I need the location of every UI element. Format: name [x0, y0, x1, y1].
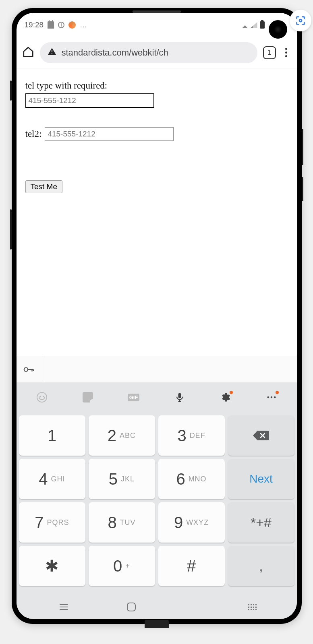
- system-nav-bar: [17, 595, 297, 619]
- key-3[interactable]: 3DEF: [158, 415, 225, 456]
- key-7[interactable]: 7PQRS: [19, 502, 85, 543]
- key-star[interactable]: ✱: [19, 546, 85, 586]
- phone-frame: 19:28 i … standardista.com/webkit/c: [12, 8, 302, 624]
- camera-hole: [269, 20, 287, 39]
- android-icon: [48, 21, 54, 29]
- settings-badge-dot: [230, 391, 233, 394]
- key-5[interactable]: 5JKL: [89, 459, 155, 499]
- keypad: 1 2ABC 3DEF 4GHI 5JKL 6MNO Next 7PQRS 8T…: [17, 412, 297, 595]
- test-me-button[interactable]: Test Me: [25, 180, 63, 193]
- usb-cable: [145, 620, 169, 628]
- info-icon: i: [58, 22, 64, 28]
- tab-count-button[interactable]: 1: [263, 46, 276, 59]
- key-next[interactable]: Next: [228, 459, 294, 499]
- voice-input-icon[interactable]: [171, 388, 189, 406]
- suggestion-strip: [17, 356, 297, 382]
- side-button: [10, 80, 12, 101]
- tel2-input[interactable]: [45, 127, 174, 141]
- svg-point-3: [24, 367, 28, 371]
- gif-icon[interactable]: GIF: [125, 388, 143, 406]
- svg-point-7: [274, 396, 276, 398]
- svg-point-0: [299, 19, 302, 22]
- page-content: tel type with required: tel2: Test Me: [17, 68, 297, 356]
- sticker-icon[interactable]: [79, 388, 97, 406]
- scan-fab[interactable]: [290, 10, 311, 31]
- overflow-menu-icon[interactable]: [282, 48, 291, 57]
- more-badge-dot: [276, 391, 279, 394]
- battery-icon: [260, 21, 265, 29]
- tab-count: 1: [267, 49, 271, 57]
- more-icon[interactable]: [263, 388, 280, 406]
- svg-point-6: [270, 396, 272, 398]
- tel2-label: tel2:: [25, 129, 42, 139]
- status-time: 19:28: [25, 21, 44, 29]
- key-8[interactable]: 8TUV: [89, 502, 155, 543]
- tel1-input[interactable]: [25, 93, 154, 108]
- key-1[interactable]: 1: [19, 415, 85, 456]
- settings-icon[interactable]: [217, 388, 234, 406]
- svg-point-5: [267, 396, 269, 398]
- side-button: [10, 209, 12, 250]
- side-button: [302, 129, 303, 165]
- more-notifications-icon: …: [80, 21, 88, 29]
- password-key-icon[interactable]: [17, 356, 42, 382]
- emoji-icon[interactable]: [33, 388, 51, 406]
- key-comma[interactable]: ,: [228, 546, 294, 586]
- url-bar[interactable]: standardista.com/webkit/ch: [40, 42, 257, 63]
- key-symbols[interactable]: *+#: [228, 502, 294, 543]
- key-2[interactable]: 2ABC: [89, 415, 155, 456]
- nav-recent-button[interactable]: [56, 607, 71, 607]
- signal-icon: [251, 22, 257, 28]
- svg-rect-2: [52, 53, 52, 54]
- nav-home-button[interactable]: [127, 603, 136, 611]
- key-0[interactable]: 0+: [89, 546, 155, 586]
- insecure-warning-icon: [47, 47, 57, 59]
- key-backspace[interactable]: [228, 415, 294, 456]
- status-bar: 19:28 i …: [17, 13, 297, 37]
- side-button: [302, 177, 303, 201]
- svg-rect-1: [52, 50, 52, 52]
- key-9[interactable]: 9WXYZ: [158, 502, 225, 543]
- app-icon: [68, 21, 76, 29]
- key-6[interactable]: 6MNO: [158, 459, 225, 499]
- key-4[interactable]: 4GHI: [19, 459, 85, 499]
- svg-rect-4: [178, 393, 181, 398]
- keyboard-switch-icon[interactable]: [248, 604, 257, 610]
- keyboard-toolbar: GIF: [17, 382, 297, 412]
- wifi-icon: [241, 22, 249, 28]
- url-text: standardista.com/webkit/ch: [62, 47, 168, 58]
- key-pound[interactable]: #: [158, 546, 225, 586]
- browser-bar: standardista.com/webkit/ch 1: [17, 37, 297, 68]
- tel1-label: tel type with required:: [25, 80, 288, 91]
- home-icon[interactable]: [22, 46, 34, 60]
